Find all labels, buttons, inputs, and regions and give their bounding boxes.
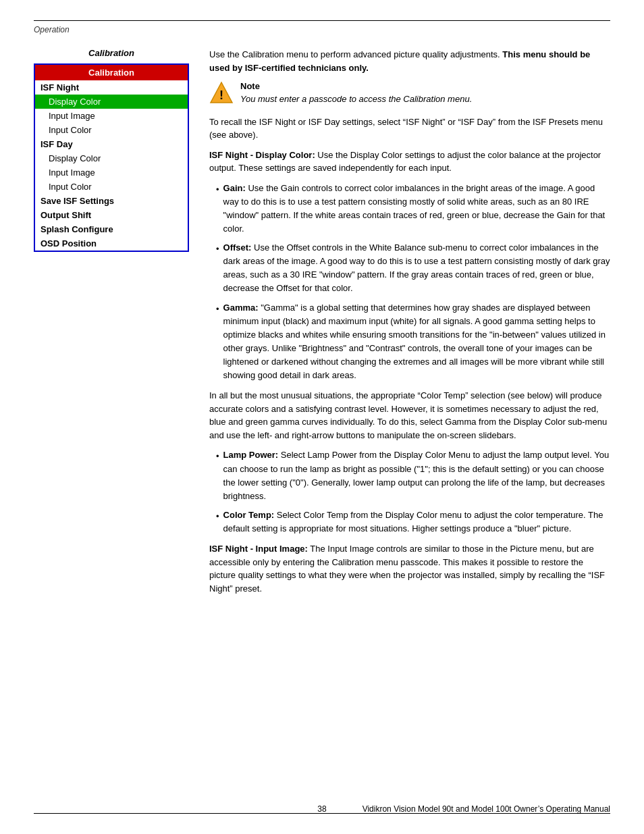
menu-item-isf-night[interactable]: ISF Night <box>35 80 188 95</box>
menu-item-input-color-night[interactable]: Input Color <box>35 123 188 137</box>
intro-paragraph: Use the Calibration menu to perform adva… <box>209 48 610 74</box>
calibration-menu: Calibration ISF Night Display Color Inpu… <box>34 63 189 252</box>
menu-item-splash-configure[interactable]: Splash Configure <box>35 222 188 236</box>
page-number: 38 <box>317 804 326 814</box>
bullet-dot-3: • <box>216 303 219 383</box>
gamma-text: "Gamma" is a global setting that determi… <box>223 303 606 381</box>
lamp-text: Select Lamp Power from the Display Color… <box>223 450 610 500</box>
section1-intro: ISF Night - Display Color: Use the Displ… <box>209 149 610 175</box>
lamp-term: Lamp Power: <box>223 450 279 460</box>
menu-item-input-image-night[interactable]: Input Image <box>35 109 188 123</box>
manual-title: Vidikron Vision Model 90t and Model 100t… <box>363 804 610 814</box>
bullet-dot-2: • <box>216 242 219 296</box>
content-area: Calibration Calibration ISF Night Displa… <box>34 48 610 602</box>
bullet-dot-5: • <box>216 510 219 536</box>
menu-item-output-shift[interactable]: Output Shift <box>35 208 188 222</box>
bullet-list-1: • Gain: Use the Gain controls to correct… <box>216 182 610 383</box>
menu-item-osd-position[interactable]: OSD Position <box>35 236 188 251</box>
bullet-dot: • <box>216 183 219 236</box>
section1-heading: ISF Night - Display Color: <box>209 150 315 160</box>
bullet-gain-text: Gain: Use the Gain controls to correct c… <box>223 182 610 236</box>
bullet-list-2: • Lamp Power: Select Lamp Power from the… <box>216 448 610 536</box>
offset-term: Offset: <box>223 242 252 253</box>
menu-item-input-image-day[interactable]: Input Image <box>35 165 188 180</box>
right-panel: Use the Calibration menu to perform adva… <box>209 48 610 602</box>
bullet-offset: • Offset: Use the Offset controls in the… <box>216 241 610 296</box>
bullet-gamma-text: Gamma: "Gamma" is a global setting that … <box>223 301 610 383</box>
header-divider <box>34 20 610 21</box>
menu-item-input-color-day[interactable]: Input Color <box>35 180 188 194</box>
gamma-extra: In all but the most unusual situations, … <box>209 389 610 442</box>
bullet-gain: • Gain: Use the Gain controls to correct… <box>216 182 610 236</box>
bullet-lamp-text: Lamp Power: Select Lamp Power from the D… <box>223 448 610 503</box>
note-box: ! Note You must enter a passcode to acce… <box>209 81 610 106</box>
bullet-dot-4: • <box>216 450 219 503</box>
menu-item-display-color-day[interactable]: Display Color <box>35 151 188 165</box>
note-content: Note You must enter a passcode to access… <box>240 81 472 106</box>
warning-icon: ! <box>209 81 234 105</box>
section2: ISF Night - Input Image: The Input Image… <box>209 542 610 595</box>
intro-text: Use the Calibration menu to perform adva… <box>209 49 500 59</box>
menu-item-display-color-night[interactable]: Display Color <box>35 95 188 109</box>
menu-header: Calibration <box>35 65 188 80</box>
page: Operation Calibration Calibration ISF Ni… <box>0 0 644 834</box>
bullet-gamma: • Gamma: "Gamma" is a global setting tha… <box>216 301 610 383</box>
menu-item-isf-day[interactable]: ISF Day <box>35 137 188 151</box>
bullet-color-temp-text: Color Temp: Select Color Temp from the D… <box>223 509 610 536</box>
bullet-lamp: • Lamp Power: Select Lamp Power from the… <box>216 448 610 503</box>
offset-text: Use the Offset controls in the White Bal… <box>223 242 610 293</box>
section2-heading: ISF Night - Input Image: <box>209 544 308 554</box>
recall-text: To recall the ISF Night or ISF Day setti… <box>209 115 610 142</box>
gamma-term: Gamma: <box>223 303 259 313</box>
bullet-offset-text: Offset: Use the Offset controls in the W… <box>223 241 610 296</box>
note-text: You must enter a passcode to access the … <box>240 94 472 104</box>
bullet-color-temp: • Color Temp: Select Color Temp from the… <box>216 509 610 536</box>
gain-term: Gain: <box>223 183 246 193</box>
page-header: Operation <box>34 25 610 34</box>
note-label: Note <box>240 81 472 91</box>
gain-text: Use the Gain controls to correct color i… <box>223 183 606 234</box>
left-panel-title: Calibration <box>34 48 189 58</box>
color-temp-text: Select Color Temp from the Display Color… <box>223 510 603 533</box>
left-panel: Calibration Calibration ISF Night Displa… <box>34 48 189 602</box>
menu-item-save-isf[interactable]: Save ISF Settings <box>35 194 188 208</box>
svg-text:!: ! <box>219 88 223 102</box>
color-temp-term: Color Temp: <box>223 510 275 520</box>
